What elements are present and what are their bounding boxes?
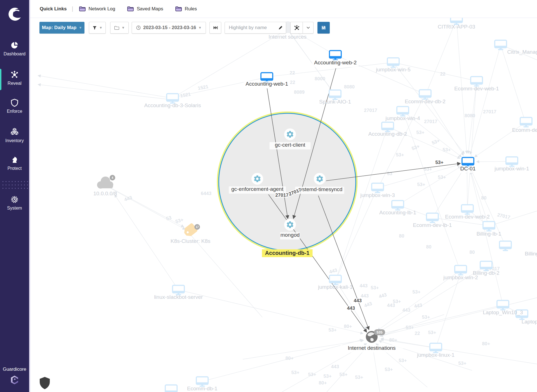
group-label[interactable]: Accounting-db-1 xyxy=(265,250,310,256)
pie-chart-icon xyxy=(10,41,19,50)
node-ecomm-dev-web-1[interactable] xyxy=(471,77,482,86)
faded-edge-label: 53+ xyxy=(416,130,425,135)
node-mongod[interactable] xyxy=(284,219,296,231)
faded-edge-label: 443 xyxy=(361,293,369,299)
faded-edge-label: 53+ xyxy=(396,152,404,158)
sidebar-item-reveal[interactable]: Reveal xyxy=(0,70,29,86)
sidebar-item-system[interactable]: System xyxy=(0,195,29,211)
count-badge-label: 17 xyxy=(196,226,199,229)
header-link-label: Rules xyxy=(185,6,197,12)
faded-edge-label: 53+ xyxy=(417,182,425,187)
count-badge-label: 535 xyxy=(376,330,383,334)
node-linux-slackbot-server[interactable] xyxy=(173,285,184,295)
monitor-icon xyxy=(165,385,177,392)
network-map-canvas[interactable]: 1521152122228089800080808080270172701727… xyxy=(30,15,537,392)
saved-map-folder-button[interactable]: ▼ xyxy=(110,22,129,34)
monitor-icon xyxy=(500,241,511,251)
faded-edge-label: 8000 xyxy=(315,76,325,81)
faded-edge-label: 53+ xyxy=(371,285,379,290)
node-ecomm-dev-web-2[interactable] xyxy=(461,205,473,215)
node-jumpbox-win-4[interactable] xyxy=(397,107,409,116)
node-label: Accounting-web-2 xyxy=(314,60,357,65)
faded-edge-label: 80 xyxy=(470,250,475,255)
sidebar-item-label: Inventory xyxy=(5,138,24,143)
node-citrix-manager[interactable] xyxy=(495,40,507,50)
node-ecomm-dev-lb-1[interactable] xyxy=(427,213,438,223)
layout-options-dropdown[interactable] xyxy=(303,22,314,34)
faded-edge xyxy=(432,169,464,218)
service-node-bg xyxy=(284,219,296,231)
save-map-button[interactable] xyxy=(317,22,330,34)
graph-hub-icon xyxy=(294,25,300,31)
faded-edge-label: 22 xyxy=(290,70,295,76)
filter-button[interactable]: ▼ xyxy=(89,22,106,34)
sidebar-item-enforce[interactable]: Enforce xyxy=(0,98,29,114)
header-link-network-log[interactable]: Network Log xyxy=(79,6,115,12)
node-accounting-db-2[interactable] xyxy=(382,122,394,132)
sidebar-item-dashboard[interactable]: Dashboard xyxy=(0,41,29,57)
node-label: Splunk-AIO-1 xyxy=(319,99,351,105)
faded-edge-label: 8080 xyxy=(465,113,475,118)
map-selector-button[interactable]: Map: Daily Map ▼ xyxy=(39,22,84,34)
brand-name: Guardicore xyxy=(3,367,26,372)
node-accounting-web-2[interactable] xyxy=(329,51,341,60)
header-link-saved-maps[interactable]: Saved Maps xyxy=(127,6,163,12)
highlight-placeholder: Highlight by name xyxy=(229,25,278,30)
node-security-shield[interactable] xyxy=(40,377,50,389)
folder-icon xyxy=(79,6,86,12)
node-gc-enforcement-agent[interactable] xyxy=(251,173,263,185)
faded-edge-label: 443 xyxy=(331,364,339,369)
node-ecomm-dev-d[interactable] xyxy=(520,118,532,127)
faded-edge-label: 53+ xyxy=(411,144,420,151)
faded-edge-label: 53+ xyxy=(431,138,441,146)
brand-footer: Guardicore xyxy=(0,367,29,385)
node-ecomm-db-1[interactable] xyxy=(196,377,208,387)
node-jumpbox-win-1[interactable] xyxy=(506,157,518,167)
sidebar-item-label: Reveal xyxy=(8,81,22,86)
faded-edge xyxy=(108,187,185,229)
sidebar-item-inventory[interactable]: Inventory xyxy=(0,127,29,143)
guardicore-logo-icon[interactable] xyxy=(0,2,29,26)
monitor-icon xyxy=(506,157,518,167)
monitor-icon xyxy=(329,275,341,285)
node-billing-d[interactable] xyxy=(500,241,511,251)
chevron-down-icon: ▼ xyxy=(79,26,82,30)
date-range-button[interactable]: 2023-03-15 - 2023-03-16 ▼ xyxy=(132,22,206,34)
skip-to-latest-button[interactable] xyxy=(209,22,221,34)
header-link-rules[interactable]: Rules xyxy=(175,6,197,12)
faded-edge-label: 80+ xyxy=(344,324,352,329)
faded-edge xyxy=(426,20,456,93)
node-accounting-db-3-solaris[interactable] xyxy=(167,94,178,104)
faded-edge-label: 53 xyxy=(387,171,392,176)
knight-icon xyxy=(11,156,18,164)
node-splunk-aio-1[interactable] xyxy=(329,90,341,100)
sidebar-item-label: Dashboard xyxy=(4,51,25,56)
faded-edge xyxy=(436,271,461,348)
node-label: jumpbox-win-3 xyxy=(360,192,395,198)
faded-edge-label: 53+ xyxy=(324,374,332,379)
node-laptop-win10-3[interactable] xyxy=(497,301,509,310)
node-jumpbox-win-2[interactable] xyxy=(455,266,467,275)
faded-edge xyxy=(115,195,178,290)
node-jumpbox-win-3[interactable] xyxy=(372,183,383,193)
highlight-search-input[interactable]: Highlight by name xyxy=(225,22,286,34)
skip-forward-icon xyxy=(213,25,218,30)
node-accounting-lb-1[interactable] xyxy=(392,201,404,210)
monitor-icon xyxy=(329,51,341,60)
sidebar-item-protect[interactable]: Protect xyxy=(0,156,29,171)
node-bottom-edge-host[interactable] xyxy=(165,385,177,392)
layout-graph-button[interactable] xyxy=(290,22,303,34)
faded-edge-label: 80 xyxy=(399,233,404,239)
node-label: jumpbox-linux-1 xyxy=(417,352,454,358)
node-jumpbox-linux-1[interactable] xyxy=(430,343,442,353)
map-selector-label: Map: Daily Map xyxy=(42,25,77,30)
edge-port-label: 443 xyxy=(347,306,355,311)
node-jumpbox-win-5[interactable] xyxy=(387,58,399,68)
faded-edge-label: 53+ xyxy=(355,375,363,380)
node-systemd-timesyncd[interactable] xyxy=(314,173,326,185)
faded-edge xyxy=(467,81,477,208)
faded-edge-label: 53+ xyxy=(385,367,393,372)
node-jumpbox-kali-1[interactable] xyxy=(329,275,341,285)
node-gc-cert-client[interactable] xyxy=(284,128,296,140)
faded-edge-label: 80 xyxy=(426,244,432,250)
